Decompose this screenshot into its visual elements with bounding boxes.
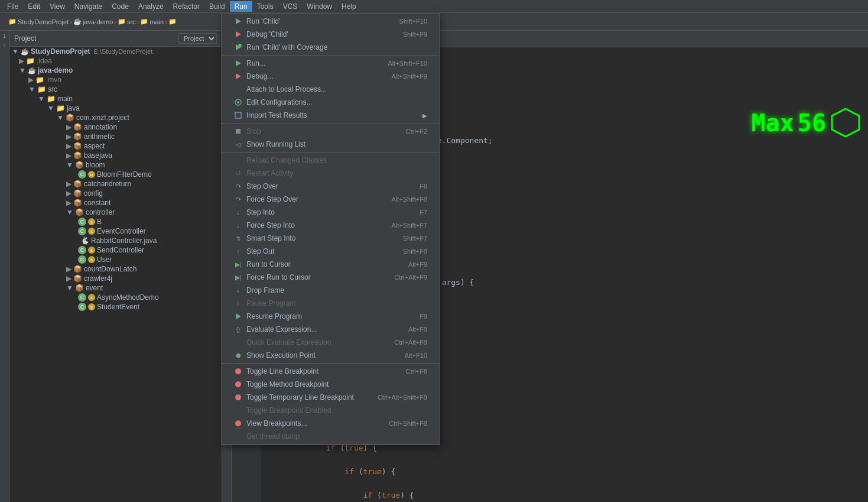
tree-src[interactable]: ▼ 📁 src [9,85,222,94]
menu-force-step-into[interactable]: ↓ Force Step Into Alt+Shift+F7 [222,219,439,232]
tree-aspect[interactable]: ▶ 📦 aspect [9,141,222,151]
arithmetic-expand-icon: ▶ [66,132,71,141]
bp-method-icon [233,381,243,387]
menu-debug-child[interactable]: Debug 'Child' Shift+F9 [222,28,439,41]
tree-root[interactable]: ▼ ☕ StudyDemoProjet E:\StudyDemoProjet [9,47,222,56]
tree-eventcontroller[interactable]: C s EventController [9,226,222,236]
src-icon: 📁 [118,18,126,25]
project-dropdown[interactable]: Project [178,33,217,44]
menu-run-child[interactable]: Run 'Child' Shift+F10 [222,15,439,28]
step-over-label: Step Over [246,182,278,190]
menu-run-coverage[interactable]: Run 'Child' with Coverage [222,41,439,54]
step-out-shortcut: Shift+F8 [403,248,427,255]
import-arrow-icon: ▶ [422,112,427,119]
debug-child-icon [233,31,243,38]
menu-run[interactable]: Run... Alt+Shift+F10 [222,57,439,70]
tree-catchandreturn[interactable]: ▶ 📦 catchandreturn [9,179,222,189]
tree-bloom-filter[interactable]: C b BloomFilterDemo [9,170,222,179]
tree-mvn[interactable]: ▶ 📁 .mvn [9,75,222,85]
menu-step-over[interactable]: ↷ Step Over F8 [222,180,439,193]
menu-show-exec[interactable]: ⬢ Show Execution Point Alt+F10 [222,349,439,362]
menu-force-step-over[interactable]: ↷ Force Step Over Alt+Shift+F8 [222,193,439,206]
menu-toggle-line-bp[interactable]: Toggle Line Breakpoint Ctrl+F8 [222,365,439,378]
event-pkg-folder-icon: 📦 [75,284,84,292]
menu-view[interactable]: View [45,1,70,12]
menu-refactor[interactable]: Refactor [168,1,204,12]
asyncmethod-label: AsyncMethodDemo [97,293,159,302]
menu-import-test[interactable]: Import Test Results ▶ [222,109,439,122]
menu-debug[interactable]: Debug... Alt+Shift+F9 [222,70,439,83]
drop-frame-label: Drop Frame [246,286,284,294]
menu-code[interactable]: Code [107,1,134,12]
tree-bloom[interactable]: ▼ 📦 bloom [9,160,222,170]
menu-attach-process[interactable]: Attach to Local Process... [222,83,439,96]
sendcontroller-label: SendController [97,246,144,254]
menu-force-cursor[interactable]: ▶| Force Run to Cursor Ctrl+Alt+F9 [222,271,439,284]
tree-arithmetic[interactable]: ▶ 📦 arithmetic [9,132,222,141]
tree-b[interactable]: C s B [9,217,222,226]
hexagon-icon [830,106,862,139]
menu-quick-evaluate: Quick Evaluate Expression Ctrl+Alt+F8 [222,336,439,349]
toggle-bp-enabled-label: Toggle Breakpoint Enabled [246,406,331,414]
tree-studentevent[interactable]: C s StudentEvent [9,302,222,312]
menu-view-bp[interactable]: View Breakpoints... Ctrl+Shift+F8 [222,417,439,430]
tree-basejava[interactable]: ▶ 📦 basejava [9,151,222,160]
tree-controller[interactable]: ▼ 📦 controller [9,208,222,217]
menu-navigate[interactable]: Navigate [70,1,107,12]
menu-analyze[interactable]: Analyze [134,1,168,12]
force-step-over-shortcut: Alt+Shift+F8 [391,196,427,203]
menu-vcs[interactable]: VCS [278,1,303,12]
menu-toggle-method-bp[interactable]: Toggle Method Breakpoint [222,378,439,391]
max-value: 56 [798,109,826,137]
menu-show-running[interactable]: ◁ Show Running List [222,138,439,151]
menu-drop-frame[interactable]: ⬦ Drop Frame [222,284,439,297]
menu-build[interactable]: Build [204,1,230,12]
tree-idea[interactable]: ▶ 📁 .idea [9,56,222,66]
tree-main[interactable]: ▼ 📁 main [9,94,222,103]
menu-reload: Reload Changed Classes [222,154,439,167]
menu-run[interactable]: Run [230,1,252,12]
toggle-temp-bp-shortcut: Ctrl+Alt+Shift+F8 [378,394,427,401]
java-folder-icon: 📁 [56,104,65,112]
tree-asyncmethod[interactable]: C s AsyncMethodDemo [9,293,222,302]
tree-annotation[interactable]: ▶ 📦 annotation [9,122,222,132]
tree-java[interactable]: ▼ 📁 java [9,103,222,113]
tree-countdown[interactable]: ▶ 📦 countDownLatch [9,264,222,274]
tree-user[interactable]: C s User [9,255,222,264]
menu-run-cursor[interactable]: ▶| Run to Cursor Alt+F9 [222,258,439,271]
sidebar-structure-icon[interactable]: 2 [1,43,9,51]
menu-step-into[interactable]: ↓ Step Into F7 [222,206,439,219]
idea-folder-icon: 📁 [26,57,35,65]
tree-package-root[interactable]: ▼ 📦 com.xinzf.project [9,113,222,122]
menu-evaluate[interactable]: {} Evaluate Expression... Alt+F8 [222,323,439,336]
menu-file[interactable]: File [2,1,23,12]
sidebar-project-icon[interactable]: 1 [1,33,9,41]
menu-toggle-temp-bp[interactable]: Toggle Temporary Line Breakpoint Ctrl+Al… [222,391,439,404]
code-line-19: if (true) { [271,490,859,501]
stop-icon [233,128,243,135]
tree-crawler[interactable]: ▶ 📦 crawler4j [9,274,222,283]
tree-config[interactable]: ▶ 📦 config [9,189,222,198]
event-pkg-label: event [86,284,103,292]
src-label: src [48,85,57,93]
thread-dump-label: Get thread dump [246,432,300,441]
bloom-expand-icon: ▼ [66,161,73,169]
menu-edit[interactable]: Edit [23,1,45,12]
pkg-label: com.xinzf.project [76,114,129,122]
force-step-over-icon: ↷ [233,196,243,203]
menu-step-out[interactable]: ↑ Step Out Shift+F8 [222,245,439,258]
tree-constant[interactable]: ▶ 📦 constant [9,198,222,208]
tree-sendcontroller[interactable]: C s SendController [9,245,222,255]
menu-edit-config[interactable]: Edit Configurations... [222,96,439,109]
show-running-label: Show Running List [246,140,305,148]
menu-smart-step-into[interactable]: ↯ Smart Step Into Shift+F7 [222,232,439,245]
menu-resume[interactable]: Resume Program F9 [222,310,439,323]
menu-help[interactable]: Help [337,1,361,12]
menu-window[interactable]: Window [302,1,337,12]
tree-java-demo[interactable]: ▼ ☕ java-demo [9,66,222,75]
tree-rabbitcontroller[interactable]: 🐇 RabbitController.java [9,236,222,245]
main-label: main [57,95,73,103]
menu-tools[interactable]: Tools [252,1,278,12]
bloom-filter-label: BloomFilterDemo [97,170,152,179]
tree-event-pkg[interactable]: ▼ 📦 event [9,283,222,293]
